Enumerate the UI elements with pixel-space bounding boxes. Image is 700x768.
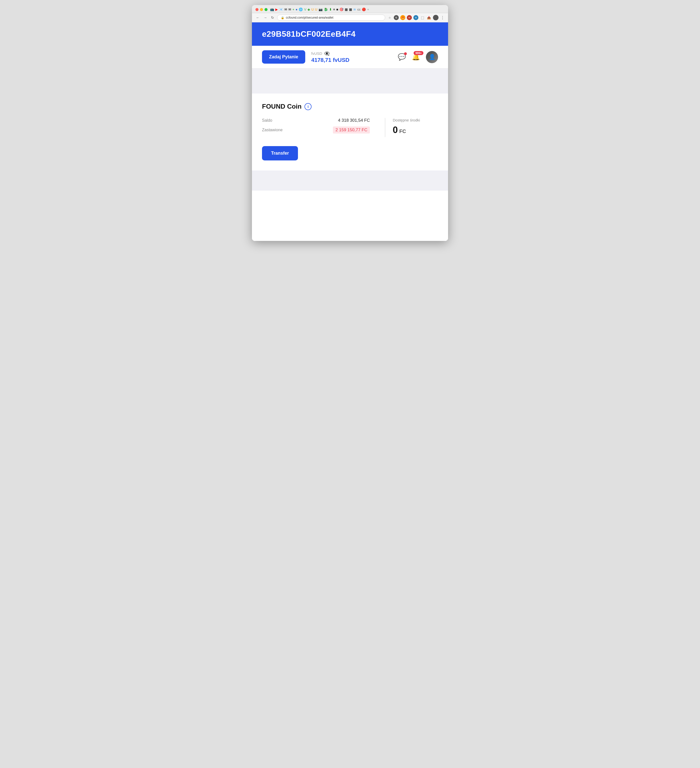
toolbar-icons: ☆ G 🦊 M M ⬚ 📤 ⋮ xyxy=(387,15,445,20)
forward-button[interactable]: → xyxy=(262,15,268,20)
bottom-gray-section xyxy=(252,171,448,190)
user-avatar[interactable]: 👤 xyxy=(426,51,438,63)
ext-icon-4[interactable]: M xyxy=(413,15,419,20)
transfer-button[interactable]: Transfer xyxy=(262,146,298,160)
profile-icon[interactable] xyxy=(433,15,438,20)
wallet-left: Saldo 4 318 301,54 FC Zastawione 2 159 1… xyxy=(262,118,377,137)
browser-toolbar: ← → ↻ 🔒 ccfound.com/pl/secured-area/wall… xyxy=(252,13,448,22)
gray-spacer xyxy=(252,69,448,94)
traffic-lights xyxy=(256,8,267,11)
address-bar[interactable]: 🔒 ccfound.com/pl/secured-area/wallet xyxy=(277,14,385,21)
fvusd-amount: 4178,71 fvUSD xyxy=(311,57,350,63)
avatar-image: 👤 xyxy=(426,51,438,63)
notification-icon-wrap[interactable]: 🔔 999+ xyxy=(412,53,420,61)
ext-icon-3[interactable]: M xyxy=(407,15,412,20)
notification-badge: 999+ xyxy=(414,51,424,55)
browser-window: 📺 ▶ 📧 ✉ ✉ + ● 🌐 V ◆ U U 📷 🐉 ⬇ ≡ ■ 🎯 ▦ ▦ … xyxy=(252,5,448,241)
chat-notification-dot xyxy=(404,52,407,55)
ext-icon-5[interactable]: ⬚ xyxy=(420,15,425,20)
site-header-blue: e29B581bCF002EeB4F4 xyxy=(252,22,448,46)
page-content: e29B581bCF002EeB4F4 Zadaj Pytanie fvUSD … xyxy=(252,22,448,241)
wallet-data-row: Saldo 4 318 301,54 FC Zastawione 2 159 1… xyxy=(262,118,438,137)
saldo-value: 4 318 301,54 FC xyxy=(338,118,370,123)
zastawione-value: 2 159 150,77 FC xyxy=(333,126,370,134)
dostepne-label: Dostępne środki xyxy=(393,118,438,122)
wallet-hash: e29B581bCF002EeB4F4 xyxy=(262,29,438,39)
reload-button[interactable]: ↻ xyxy=(270,15,275,20)
saldo-row: Saldo 4 318 301,54 FC xyxy=(262,118,370,123)
saldo-label: Saldo xyxy=(262,118,272,123)
menu-icon[interactable]: ⋮ xyxy=(440,15,445,20)
url-text: ccfound.com/pl/secured-area/wallet xyxy=(286,16,333,19)
cast-icon[interactable]: 📤 xyxy=(427,15,432,20)
found-coin-label: FOUND Coin xyxy=(262,102,302,110)
tab-favicons: 📺 ▶ 📧 ✉ ✉ + ● 🌐 V ◆ U U 📷 🐉 ⬇ ≡ ■ 🎯 ▦ ▦ … xyxy=(270,8,369,11)
bookmark-icon[interactable]: ☆ xyxy=(387,15,392,20)
wallet-right: Dostępne środki 0 FC xyxy=(393,118,438,135)
fvusd-section: fvUSD 👁‍🗨 4178,71 fvUSD xyxy=(311,51,350,63)
wallet-section: FOUND Coin i Saldo 4 318 301,54 FC Zasta… xyxy=(252,94,448,171)
back-button[interactable]: ← xyxy=(255,15,261,20)
zastawione-label: Zastawione xyxy=(262,128,283,132)
browser-titlebar: 📺 ▶ 📧 ✉ ✉ + ● 🌐 V ◆ U U 📷 🐉 ⬇ ≡ ■ 🎯 ▦ ▦ … xyxy=(252,5,448,13)
dostepne-number: 0 xyxy=(393,125,398,135)
chat-icon-wrap[interactable]: 💬 xyxy=(398,53,406,61)
ext-icon-2[interactable]: 🦊 xyxy=(400,15,405,20)
dostepne-value: 0 FC xyxy=(393,125,438,135)
ext-icon-1[interactable]: G xyxy=(394,15,399,20)
hide-balance-icon[interactable]: 👁‍🗨 xyxy=(324,51,330,56)
found-coin-title: FOUND Coin i xyxy=(262,102,438,110)
fvusd-label: fvUSD 👁‍🗨 xyxy=(311,51,350,56)
maximize-button[interactable] xyxy=(265,8,267,11)
zastawione-row: Zastawione 2 159 150,77 FC xyxy=(262,126,370,134)
ask-button[interactable]: Zadaj Pytanie xyxy=(262,50,305,64)
bottom-white-section xyxy=(252,190,448,241)
site-header-white: Zadaj Pytanie fvUSD 👁‍🗨 4178,71 fvUSD 💬 … xyxy=(252,46,448,69)
minimize-button[interactable] xyxy=(260,8,263,11)
close-button[interactable] xyxy=(256,8,259,11)
dostepne-unit: FC xyxy=(399,128,406,134)
info-icon[interactable]: i xyxy=(305,103,312,110)
